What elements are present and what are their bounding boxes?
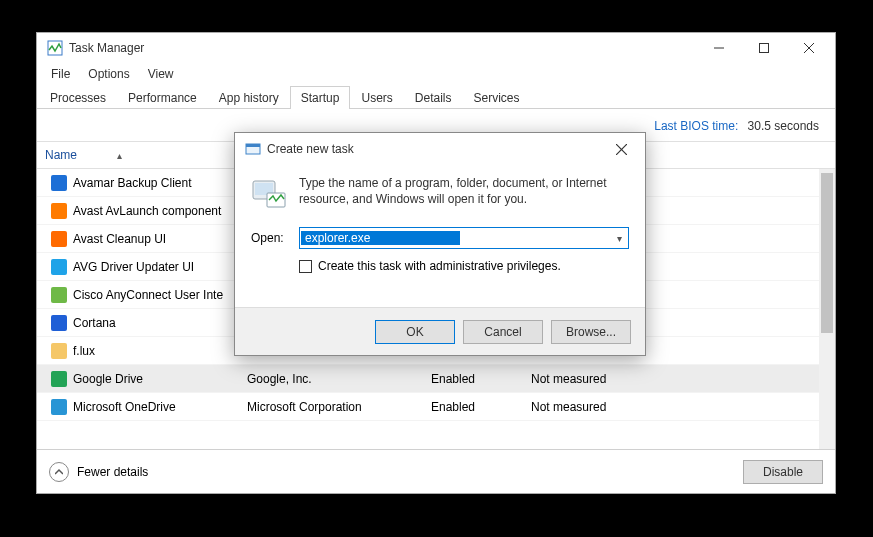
disable-button[interactable]: Disable	[743, 460, 823, 484]
app-icon	[51, 259, 67, 275]
table-row[interactable]: Microsoft OneDriveMicrosoft CorporationE…	[37, 393, 819, 421]
cell-name: f.lux	[73, 344, 247, 358]
bios-value: 30.5 seconds	[748, 119, 819, 133]
collapse-icon[interactable]	[49, 462, 69, 482]
app-icon	[51, 399, 67, 415]
fewer-details-link[interactable]: Fewer details	[77, 465, 148, 479]
cell-status: Enabled	[431, 400, 531, 414]
app-icon	[51, 231, 67, 247]
maximize-button[interactable]	[741, 33, 786, 63]
tab-services[interactable]: Services	[463, 86, 531, 109]
cell-impact: Not measured	[531, 400, 671, 414]
cell-publisher: Google, Inc.	[247, 372, 431, 386]
cancel-button[interactable]: Cancel	[463, 320, 543, 344]
scrollbar-thumb[interactable]	[821, 173, 833, 333]
admin-checkbox-label[interactable]: Create this task with administrative pri…	[318, 259, 561, 273]
app-icon	[51, 175, 67, 191]
cell-impact: Not measured	[531, 372, 671, 386]
menu-file[interactable]: File	[43, 65, 78, 83]
ok-button[interactable]: OK	[375, 320, 455, 344]
admin-checkbox[interactable]	[299, 260, 312, 273]
open-combobox[interactable]: explorer.exe ▾	[299, 227, 629, 249]
dialog-icon	[245, 141, 261, 157]
dialog-footer: OK Cancel Browse...	[235, 307, 645, 355]
column-name[interactable]: Name ▴	[37, 148, 247, 162]
footer: Fewer details Disable	[37, 449, 835, 493]
chevron-down-icon[interactable]: ▾	[610, 233, 628, 244]
sort-indicator-icon: ▴	[117, 150, 122, 161]
open-label: Open:	[251, 231, 289, 245]
close-button[interactable]	[786, 33, 831, 63]
dialog-title: Create new task	[267, 142, 601, 156]
cell-name: Avamar Backup Client	[73, 176, 247, 190]
cell-name: Microsoft OneDrive	[73, 400, 247, 414]
open-input[interactable]: explorer.exe	[301, 231, 460, 245]
bios-label: Last BIOS time:	[654, 119, 738, 133]
window-title: Task Manager	[69, 41, 696, 55]
tab-users[interactable]: Users	[350, 86, 403, 109]
tab-details[interactable]: Details	[404, 86, 463, 109]
cell-name: Avast AvLaunch component	[73, 204, 247, 218]
minimize-button[interactable]	[696, 33, 741, 63]
dialog-close-button[interactable]	[601, 133, 641, 165]
app-icon	[51, 287, 67, 303]
run-icon	[251, 175, 287, 211]
menu-view[interactable]: View	[140, 65, 182, 83]
app-icon	[51, 203, 67, 219]
app-icon	[51, 371, 67, 387]
menu-options[interactable]: Options	[80, 65, 137, 83]
tab-app-history[interactable]: App history	[208, 86, 290, 109]
cell-name: Cortana	[73, 316, 247, 330]
cell-publisher: Microsoft Corporation	[247, 400, 431, 414]
cell-name: Google Drive	[73, 372, 247, 386]
vertical-scrollbar[interactable]	[819, 169, 835, 449]
tab-processes[interactable]: Processes	[39, 86, 117, 109]
menubar: File Options View	[37, 63, 835, 85]
svg-rect-2	[759, 44, 768, 53]
app-icon	[47, 40, 63, 56]
app-icon	[51, 315, 67, 331]
cell-status: Enabled	[431, 372, 531, 386]
tabstrip: Processes Performance App history Startu…	[37, 85, 835, 109]
cell-name: AVG Driver Updater UI	[73, 260, 247, 274]
svg-rect-6	[246, 144, 260, 147]
titlebar[interactable]: Task Manager	[37, 33, 835, 63]
cell-name: Avast Cleanup UI	[73, 232, 247, 246]
tab-startup[interactable]: Startup	[290, 86, 351, 109]
dialog-titlebar[interactable]: Create new task	[235, 133, 645, 165]
browse-button[interactable]: Browse...	[551, 320, 631, 344]
cell-name: Cisco AnyConnect User Inte	[73, 288, 247, 302]
create-new-task-dialog: Create new task Type the name of a progr…	[234, 132, 646, 356]
table-row[interactable]: Google DriveGoogle, Inc.EnabledNot measu…	[37, 365, 819, 393]
app-icon	[51, 343, 67, 359]
dialog-description: Type the name of a program, folder, docu…	[299, 175, 629, 211]
tab-performance[interactable]: Performance	[117, 86, 208, 109]
